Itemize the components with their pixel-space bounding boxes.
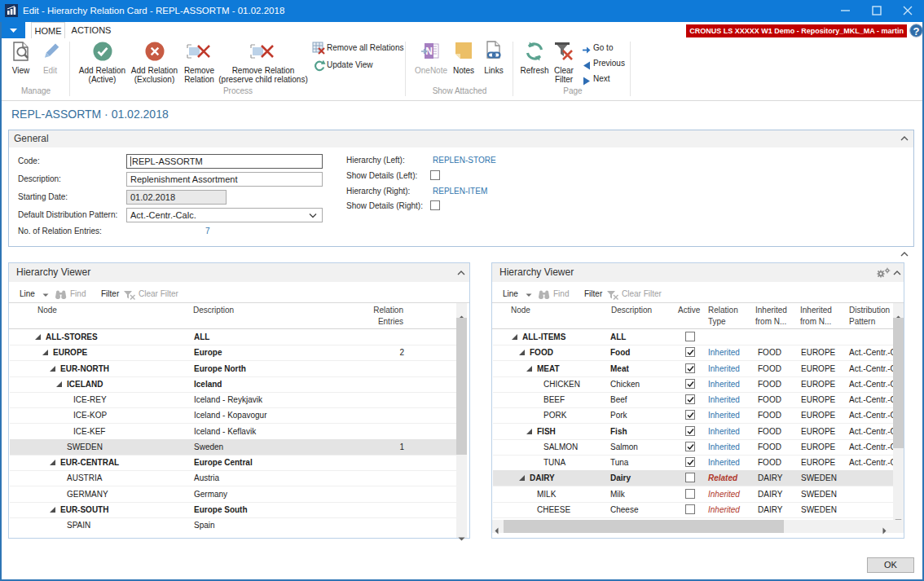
svg-text:?: ? [913,25,920,37]
